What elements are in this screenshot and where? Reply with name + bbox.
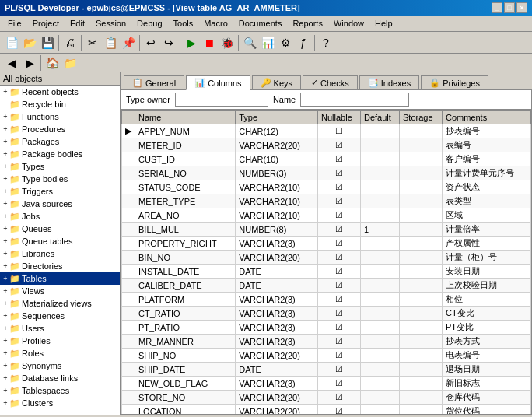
menu-item-reports[interactable]: Reports (288, 17, 327, 30)
sidebar-item-sequences[interactable]: +📁Sequences (0, 310, 120, 322)
print-button[interactable]: 🖨 (61, 34, 79, 51)
col-default-header[interactable]: Default (361, 111, 400, 124)
sidebar-item-packages[interactable]: +📁Packages (0, 135, 120, 148)
table-row[interactable]: BILL_MULNUMBER(8)☑1计量倍率 (122, 223, 531, 237)
table-row[interactable]: NEW_OLD_FLAGVARCHAR2(3)☑新旧标志 (122, 377, 531, 391)
forward-button[interactable]: ▶ (21, 54, 38, 72)
sidebar-item-synonyms[interactable]: +📁Synonyms (0, 359, 120, 372)
obj-btn1[interactable]: 🏠 (44, 54, 61, 72)
tab-keys[interactable]: 🔑Keys (252, 75, 301, 89)
undo-button[interactable]: ↩ (142, 34, 159, 51)
redo-button[interactable]: ↪ (160, 34, 177, 51)
table-button[interactable]: 📊 (259, 34, 276, 51)
table-row[interactable]: INSTALL_DATEDATE☑安装日期 (122, 265, 531, 279)
minimize-button[interactable]: _ (492, 2, 502, 13)
cut-button[interactable]: ✂ (84, 34, 101, 51)
sidebar-item-tables[interactable]: +📁Tables (0, 272, 120, 285)
menu-item-debug[interactable]: Debug (132, 17, 166, 30)
table-row[interactable]: SHIP_DATEDATE☑退场日期 (122, 363, 531, 377)
proc-button[interactable]: ⚙ (277, 34, 294, 51)
sidebar-item-roles[interactable]: +📁Roles (0, 347, 120, 359)
sidebar-item-views[interactable]: +📁Views (0, 285, 120, 297)
row-arrow (122, 391, 135, 405)
sidebar-item-java-sources[interactable]: +📁Java sources (0, 198, 120, 210)
stop-button[interactable]: ⏹ (201, 34, 218, 51)
sidebar-item-profiles[interactable]: +📁Profiles (0, 335, 120, 347)
sidebar-item-procedures[interactable]: +📁Procedures (0, 123, 120, 135)
obj-btn2[interactable]: 📁 (61, 54, 79, 72)
sidebar-item-functions[interactable]: +📁Functions (0, 110, 120, 123)
help-button[interactable]: ? (317, 34, 334, 51)
table-row[interactable]: METER_TYPEVARCHAR2(10)☑表类型 (122, 194, 531, 208)
save-button[interactable]: 💾 (39, 34, 56, 51)
sidebar-item-type-bodies[interactable]: +📁Type bodies (0, 173, 120, 185)
col-storage-header[interactable]: Storage (400, 111, 443, 124)
tab-indexes[interactable]: 📑Indexes (359, 75, 420, 89)
table-row[interactable]: SHIP_NOVARCHAR2(20)☑电表编号 (122, 349, 531, 363)
table-row[interactable]: STORE_NOVARCHAR2(20)☑仓库代码 (122, 391, 531, 405)
col-name-header[interactable]: Name (135, 111, 236, 124)
col-type-header[interactable]: Type (236, 111, 318, 124)
menu-item-help[interactable]: Help (370, 17, 397, 30)
paste-button[interactable]: 📌 (120, 34, 137, 51)
tab-privileges[interactable]: 🔒Privileges (421, 75, 488, 89)
tab-checks[interactable]: ✓Checks (303, 75, 358, 89)
table-row[interactable]: PT_RATIOVARCHAR2(3)☑PT变比 (122, 321, 531, 335)
sidebar-item-triggers[interactable]: +📁Triggers (0, 185, 120, 198)
table-row[interactable]: CUST_IDCHAR(10)☑客户编号 (122, 152, 531, 166)
tab-columns[interactable]: 📊Columns (186, 75, 250, 90)
sidebar-item-package-bodies[interactable]: +📁Package bodies (0, 148, 120, 160)
search-button[interactable]: 🔍 (241, 34, 258, 51)
table-row[interactable]: CT_RATIOVARCHAR2(3)☑CT变比 (122, 307, 531, 321)
run-button[interactable]: ▶ (183, 34, 200, 51)
row-comments: 抄表编号 (443, 124, 531, 138)
table-row[interactable]: METER_IDVARCHAR2(20)☑表编号 (122, 138, 531, 152)
sidebar-item-jobs[interactable]: +📁Jobs (0, 210, 120, 223)
close-button[interactable]: × (516, 2, 527, 13)
menu-item-project[interactable]: Project (28, 17, 64, 30)
back-button[interactable]: ◀ (3, 54, 20, 72)
menu-item-edit[interactable]: Edit (65, 17, 89, 30)
sidebar-item-materialized-views[interactable]: +📁Materialized views (0, 297, 120, 310)
table-row[interactable]: SERIAL_NONUMBER(3)☑计量计费单元序号 (122, 166, 531, 180)
maximize-button[interactable]: □ (504, 2, 515, 13)
func-button[interactable]: ƒ (295, 34, 312, 51)
sidebar-item-clusters[interactable]: +📁Clusters (0, 397, 120, 409)
sidebar-item-tablespaces[interactable]: +📁Tablespaces (0, 384, 120, 397)
name-input[interactable] (300, 93, 409, 107)
sidebar-item-directories[interactable]: +📁Directories (0, 260, 120, 272)
menu-item-window[interactable]: Window (329, 17, 369, 30)
sidebar-item-libraries[interactable]: +📁Libraries (0, 247, 120, 260)
sidebar-item-queue-tables[interactable]: +📁Queue tables (0, 235, 120, 247)
sidebar-tree: +📁Recent objects 📁Recycle bin+📁Functions… (0, 86, 120, 409)
table-row[interactable]: LOCATIONVARCHAR2(20)☑货位代码 (122, 405, 531, 415)
menu-item-macro[interactable]: Macro (199, 17, 233, 30)
table-row[interactable]: CALIBER_DATEDATE☑上次校验日期 (122, 279, 531, 293)
sidebar-item-recycle-bin[interactable]: 📁Recycle bin (0, 98, 120, 110)
menu-item-tools[interactable]: Tools (169, 17, 198, 30)
sidebar-item-types[interactable]: +📁Types (0, 160, 120, 173)
table-row[interactable]: PROPERTY_RIGHTVARCHAR2(3)☑产权属性 (122, 237, 531, 251)
table-row[interactable]: ▶APPLY_NUMCHAR(12)☐抄表编号 (122, 124, 531, 138)
table-row[interactable]: PLATFORMVARCHAR2(3)☑相位 (122, 293, 531, 307)
sidebar-item-database-links[interactable]: +📁Database links (0, 372, 120, 384)
menu-item-session[interactable]: Session (91, 17, 131, 30)
col-nullable-header[interactable]: Nullable (318, 111, 361, 124)
menu-item-documents[interactable]: Documents (234, 17, 287, 30)
table-row[interactable]: MR_MANNERVARCHAR2(3)☑抄表方式 (122, 335, 531, 349)
table-row[interactable]: STATUS_CODEVARCHAR2(10)☑资产状态 (122, 180, 531, 194)
folder-icon: 📁 (9, 335, 20, 346)
new-button[interactable]: 📄 (3, 34, 20, 51)
table-row[interactable]: AREA_NOVARCHAR2(10)☑区域 (122, 208, 531, 223)
col-comments-header[interactable]: Comments (443, 111, 531, 124)
type-owner-input[interactable] (175, 93, 268, 107)
sidebar-item-users[interactable]: +📁Users (0, 322, 120, 335)
sidebar-item-queues[interactable]: +📁Queues (0, 223, 120, 235)
table-row[interactable]: BIN_NOVARCHAR2(20)☑计量（柜）号 (122, 251, 531, 265)
open-button[interactable]: 📂 (21, 34, 38, 51)
debug-button[interactable]: 🐞 (219, 34, 236, 51)
sidebar-item-recent-objects[interactable]: +📁Recent objects (0, 86, 120, 98)
tab-general[interactable]: 📋General (124, 75, 184, 89)
menu-item-file[interactable]: File (3, 17, 26, 30)
copy-button[interactable]: 📋 (102, 34, 119, 51)
